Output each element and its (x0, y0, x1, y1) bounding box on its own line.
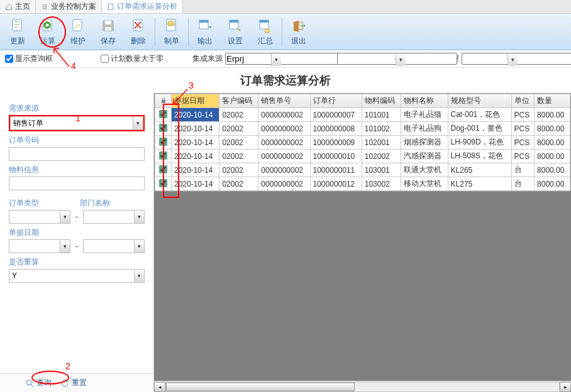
column-header[interactable]: 数量 (535, 94, 570, 108)
table-row[interactable]: 2020-10-14020020000000002100000001010200… (155, 150, 570, 163)
cell[interactable]: 联通大堂机 (401, 163, 448, 177)
dropdown-icon[interactable]: ▾ (507, 53, 518, 66)
cell[interactable]: 103002 (362, 177, 401, 191)
recompute-select[interactable]: ▾ (9, 269, 145, 283)
cell[interactable]: 电子礼品狗 (401, 122, 448, 136)
tab-biz-control[interactable]: 业务控制方案 (36, 0, 102, 13)
cell[interactable]: 1000000012 (310, 177, 362, 191)
cell[interactable]: 103001 (362, 163, 401, 177)
dropdown-icon[interactable]: ▾ (271, 53, 281, 66)
row-checkbox[interactable] (159, 110, 167, 118)
cell[interactable]: Cat-001，花色 (448, 108, 511, 122)
dropdown-icon[interactable]: ▾ (60, 210, 70, 223)
cell[interactable]: 02002 (219, 108, 258, 122)
cell[interactable]: 0000000002 (258, 108, 310, 122)
integration-source-input[interactable] (225, 53, 345, 65)
column-header[interactable]: 订单行 (310, 94, 362, 108)
doc-date-to-select[interactable]: ▾ (83, 239, 145, 253)
cell[interactable]: 2020-10-14 (172, 108, 219, 122)
table-row[interactable]: 2020-10-14020020000000002100000001210300… (155, 177, 570, 191)
column-header[interactable]: 客户编码 (219, 94, 258, 108)
cell[interactable]: PCS (511, 108, 535, 122)
row-checkbox-cell[interactable] (155, 108, 172, 122)
row-checkbox[interactable] (159, 179, 167, 187)
cell[interactable]: 02002 (219, 122, 258, 136)
tab-home[interactable]: 主页 (0, 0, 36, 13)
cell[interactable]: 移动大堂机 (401, 177, 448, 191)
cell[interactable]: LH-909D，花色 (448, 136, 511, 150)
integration-source-select[interactable]: ▾ (225, 53, 282, 65)
cell[interactable]: Dog-001，黄色 (448, 122, 511, 136)
cell[interactable]: 8000.00 (535, 136, 570, 150)
dropdown-icon[interactable]: ▾ (60, 240, 70, 253)
cell[interactable]: 02002 (219, 136, 258, 150)
cell[interactable]: LH-508S，花色 (448, 150, 511, 163)
table-row[interactable]: 2020-10-14020020000000002100000000710100… (155, 108, 570, 122)
save-button[interactable]: 保存 (93, 15, 123, 49)
material-input[interactable] (9, 177, 145, 190)
table-row[interactable]: 2020-10-14020020000000002100000001110300… (155, 163, 570, 177)
delete-button[interactable]: 删除 (123, 15, 153, 49)
row-checkbox-cell[interactable] (155, 122, 172, 136)
cell[interactable]: 02002 (219, 177, 258, 191)
order-no-input[interactable] (9, 147, 145, 161)
cell[interactable]: 02002 (219, 163, 258, 177)
summary-button[interactable]: 汇总 (250, 15, 280, 49)
cell[interactable]: 02002 (219, 150, 258, 163)
cell[interactable]: 0000000002 (258, 163, 310, 177)
cell[interactable]: KL265 (448, 163, 511, 177)
dept-name-select[interactable]: ▾ (83, 210, 145, 224)
horizontal-scrollbar[interactable]: ◂ ▸ (154, 381, 571, 392)
dropdown-icon[interactable]: ▾ (133, 117, 143, 129)
cell[interactable]: 电子礼品猫 (401, 108, 448, 122)
cell[interactable]: 102001 (362, 136, 401, 150)
row-checkbox[interactable] (159, 124, 167, 132)
cell[interactable]: 8000.00 (535, 108, 570, 122)
export-button[interactable]: 输出 (190, 15, 220, 49)
cell[interactable]: 1000000010 (310, 150, 362, 163)
cell[interactable]: 台 (511, 177, 535, 191)
dropdown-icon[interactable]: ▾ (134, 210, 144, 223)
cell[interactable]: 101002 (362, 122, 401, 136)
settings-button[interactable]: 设置 (220, 15, 250, 49)
cell[interactable]: 2020-10-14 (172, 150, 219, 163)
dropdown-icon[interactable]: ▾ (396, 53, 406, 66)
plan-type-select[interactable]: ▾ (462, 53, 518, 65)
scroll-track[interactable] (165, 382, 560, 392)
scroll-right-button[interactable]: ▸ (560, 382, 571, 392)
doc-date-from-select[interactable]: ▾ (9, 239, 70, 253)
column-header[interactable]: 单位 (511, 94, 535, 108)
row-checkbox[interactable] (159, 138, 167, 146)
cell[interactable]: KL275 (448, 177, 511, 191)
recompute-input[interactable] (9, 269, 145, 283)
makeorder-button[interactable]: OK制单 (157, 15, 187, 49)
show-query-frame-checkbox[interactable]: 显示查询框 (5, 53, 53, 64)
order-type-select[interactable]: ▾ (9, 210, 70, 224)
row-checkbox-cell[interactable] (155, 163, 172, 177)
cell[interactable]: PCS (511, 122, 535, 136)
demand-source-input[interactable] (10, 116, 143, 130)
data-grid[interactable]: 单据日期客户编码销售单号订单行物料编码物料名称规格型号单位数量 2020-10-… (154, 93, 571, 192)
row-checkbox-cell[interactable] (155, 177, 172, 191)
cell[interactable]: 烟感探测器 (401, 136, 448, 150)
column-header[interactable]: 规格型号 (448, 94, 511, 108)
table-row[interactable]: 2020-10-14020020000000002100000000910200… (155, 136, 570, 150)
cell[interactable]: 汽感探测器 (401, 150, 448, 163)
cell[interactable]: 2020-10-14 (172, 136, 219, 150)
demand-source-select[interactable]: ▾ (9, 115, 145, 131)
query-button[interactable]: 查询 (25, 378, 52, 388)
cell[interactable]: 台 (511, 163, 535, 177)
cell[interactable]: 1000000009 (310, 136, 362, 150)
tab-order-demand[interactable]: 订单需求运算分析 (102, 0, 183, 13)
cell[interactable]: 2020-10-14 (172, 163, 219, 177)
exit-button[interactable]: 退出 (284, 15, 314, 49)
scroll-thumb[interactable] (166, 383, 355, 391)
column-header[interactable]: 物料编码 (362, 94, 401, 108)
show-query-frame-input[interactable] (5, 55, 13, 63)
compute-button[interactable]: 运算 (33, 15, 63, 49)
row-checkbox-cell[interactable] (155, 136, 172, 150)
scroll-left-button[interactable]: ◂ (154, 382, 165, 392)
column-header[interactable] (155, 94, 172, 108)
row-checkbox[interactable] (159, 165, 167, 173)
reset-button[interactable]: 重置 (60, 378, 87, 388)
